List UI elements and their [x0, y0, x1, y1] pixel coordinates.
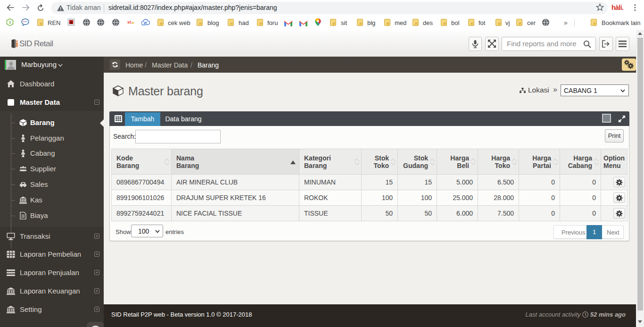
- svg-text:⇄: ⇄: [144, 21, 147, 25]
- svg-text:S: S: [8, 20, 11, 25]
- svg-text:st: st: [127, 20, 131, 25]
